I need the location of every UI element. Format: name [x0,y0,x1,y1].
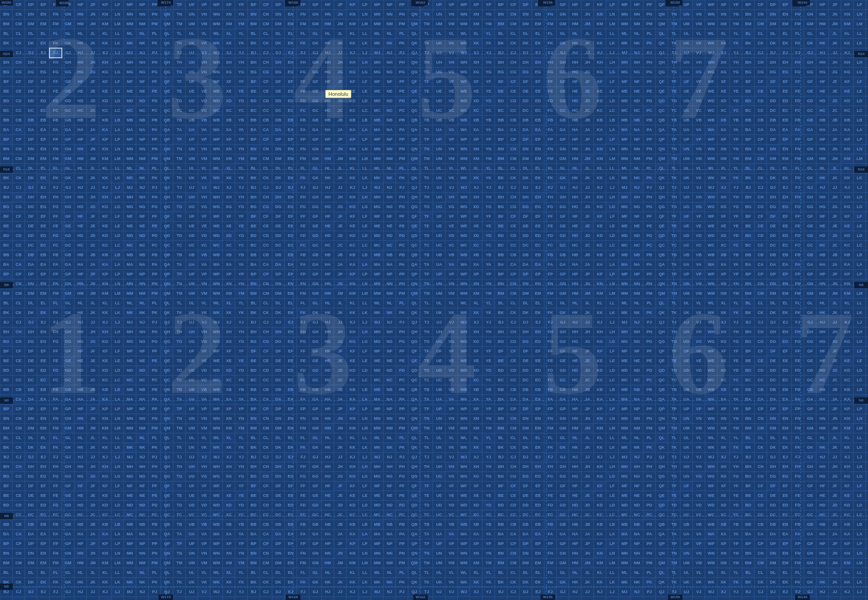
tooltip-popup: Honolulu [325,90,351,98]
grid-container [0,0,868,600]
tooltip-text: Honolulu [328,91,348,97]
grid-canvas[interactable] [0,0,868,600]
